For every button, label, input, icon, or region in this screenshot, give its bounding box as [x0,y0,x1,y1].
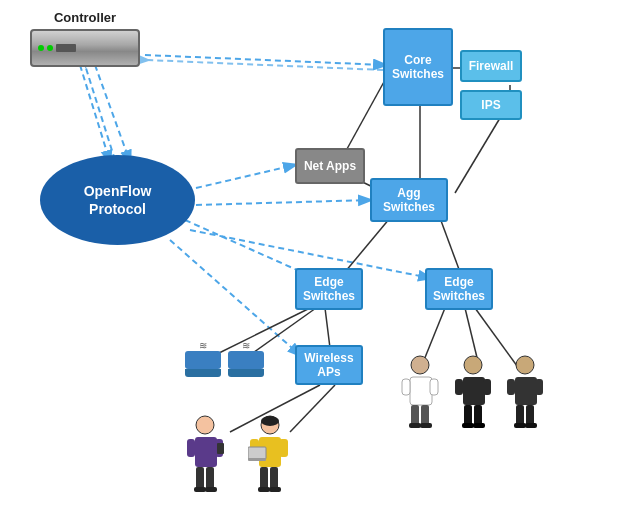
svg-line-9 [85,65,115,160]
svg-rect-48 [402,379,410,395]
svg-line-10 [342,80,385,158]
svg-rect-63 [515,377,537,405]
router-left-2: ≋ [228,340,264,377]
router-base-1 [185,369,221,377]
network-diagram: Controller OpenFlowProtocol Net Apps Cor… [0,0,625,507]
svg-line-7 [80,65,110,162]
svg-rect-69 [525,423,537,428]
svg-rect-49 [430,379,438,395]
person-2 [248,415,298,505]
wireless-aps-label: WirelessAPs [304,351,353,379]
svg-rect-59 [474,405,482,425]
firewall-label: Firewall [469,59,514,73]
net-apps-label: Net Apps [304,159,356,173]
openflow-protocol: OpenFlowProtocol [40,155,195,245]
svg-rect-32 [206,467,214,489]
svg-rect-30 [217,443,224,454]
svg-rect-44 [258,487,270,492]
svg-rect-45 [269,487,281,492]
router-base-2 [228,369,264,377]
controller-port [56,44,76,52]
person-1 [185,415,225,505]
person-3 [400,355,440,440]
core-switches-label: CoreSwitches [392,53,444,81]
svg-point-46 [411,356,429,374]
agg-switches-node: AggSwitches [370,178,448,222]
agg-switches-label: AggSwitches [383,186,435,214]
svg-rect-34 [205,487,217,492]
ips-label: IPS [481,98,500,112]
svg-line-6 [170,240,300,355]
router-body-2 [228,351,264,369]
svg-point-54 [464,356,482,374]
ips-node: IPS [460,90,522,120]
svg-line-0 [145,55,385,65]
person-5 [505,355,545,440]
wifi-icon-1: ≋ [199,340,207,351]
svg-line-8 [95,65,130,162]
svg-rect-41 [248,458,266,461]
svg-line-3 [196,200,370,205]
svg-line-2 [196,165,295,188]
svg-rect-40 [248,447,266,459]
svg-line-15 [455,118,500,193]
controller-device [30,29,140,67]
svg-rect-60 [462,423,474,428]
svg-rect-56 [455,379,463,395]
edge-switches-right-node: EdgeSwitches [425,268,493,310]
svg-rect-51 [421,405,429,425]
svg-point-36 [261,416,279,426]
svg-point-62 [516,356,534,374]
controller-led2 [47,45,53,51]
svg-rect-58 [464,405,472,425]
svg-line-17 [440,218,460,272]
svg-line-16 [345,218,390,272]
svg-rect-27 [195,437,217,467]
svg-rect-42 [260,467,268,489]
svg-rect-47 [410,377,432,405]
router-left-1: ≋ [185,340,221,377]
edge-switches-right-label: EdgeSwitches [433,275,485,303]
svg-rect-33 [194,487,206,492]
svg-rect-43 [270,467,278,489]
svg-rect-55 [463,377,485,405]
person-4 [453,355,493,440]
openflow-label: OpenFlowProtocol [84,182,152,218]
svg-rect-31 [196,467,204,489]
controller-section: Controller [30,10,140,67]
edge-switches-left-node: EdgeSwitches [295,268,363,310]
svg-rect-57 [483,379,491,395]
svg-rect-28 [187,439,195,457]
svg-rect-66 [516,405,524,425]
wireless-aps-node: WirelessAPs [295,345,363,385]
net-apps-node: Net Apps [295,148,365,184]
svg-rect-39 [279,439,288,457]
wifi-icon-2: ≋ [242,340,250,351]
edge-switches-left-label: EdgeSwitches [303,275,355,303]
svg-rect-52 [409,423,421,428]
svg-line-1 [147,60,383,70]
svg-rect-65 [535,379,543,395]
svg-line-18 [325,308,330,348]
svg-rect-64 [507,379,515,395]
svg-rect-61 [473,423,485,428]
controller-label: Controller [54,10,116,25]
controller-led [38,45,44,51]
svg-point-26 [196,416,214,434]
firewall-node: Firewall [460,50,522,82]
svg-rect-53 [420,423,432,428]
router-body-1 [185,351,221,369]
svg-rect-50 [411,405,419,425]
svg-rect-68 [514,423,526,428]
core-switches-node: CoreSwitches [383,28,453,106]
svg-rect-67 [526,405,534,425]
